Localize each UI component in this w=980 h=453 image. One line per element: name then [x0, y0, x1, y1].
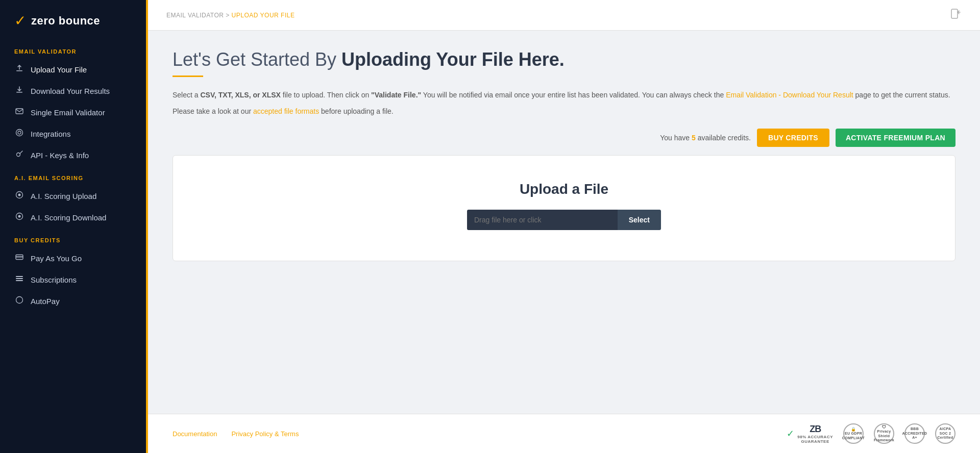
upload-input-row: Select — [467, 210, 661, 230]
credits-suffix: available credits. — [696, 134, 751, 142]
brand-name: zero bounce — [31, 14, 100, 28]
svg-rect-0 — [16, 70, 22, 71]
svg-rect-14 — [16, 280, 23, 281]
svg-point-3 — [16, 130, 23, 136]
sidebar-item-autopay[interactable]: AutoPay — [0, 290, 146, 312]
sidebar-item-label: API - Keys & Info — [31, 151, 89, 160]
eu-gdpr-circle: 🔒 EU GDPRCOMPLIANT — [843, 423, 864, 444]
svg-point-15 — [16, 297, 23, 304]
privacy-shield-circle: 🛡 Privacy ShieldFramework — [874, 423, 894, 444]
zb-accuracy-badge: ✓ ZB 98% ACCURACY GUARANTEE — [787, 424, 833, 444]
sidebar-item-integrations[interactable]: Integrations — [0, 123, 146, 144]
svg-rect-11 — [16, 257, 23, 258]
breadcrumb: EMAIL VALIDATOR > UPLOAD YOUR FILE — [166, 12, 295, 19]
sidebar-item-download-results[interactable]: Download Your Results — [0, 80, 146, 102]
svg-rect-12 — [16, 276, 23, 277]
ai-upload-icon — [14, 191, 24, 201]
logo: ✓ zero bounce — [0, 0, 146, 39]
eu-gdpr-badge: 🔒 EU GDPRCOMPLIANT — [843, 423, 864, 444]
aicpa-circle: AICPASOC 2Certified — [935, 423, 955, 444]
footer-link-documentation[interactable]: Documentation — [173, 430, 217, 438]
main-content: EMAIL VALIDATOR > UPLOAD YOUR FILE Let's… — [148, 0, 980, 453]
credits-number: 5 — [692, 134, 696, 142]
sidebar-item-label: AutoPay — [31, 297, 60, 306]
section-label-ai-scoring: A.I. EMAIL SCORING — [0, 166, 146, 185]
sidebar-item-pay-as-you-go[interactable]: Pay As You Go — [0, 247, 146, 269]
sidebar-item-upload-file[interactable]: Upload Your File — [0, 59, 146, 80]
aicpa-badge: AICPASOC 2Certified — [935, 423, 955, 444]
svg-rect-2 — [16, 109, 23, 114]
upload-card-title: Upload a File — [520, 181, 608, 197]
zb-text: ZB 98% ACCURACY GUARANTEE — [797, 424, 833, 444]
sidebar-item-label: A.I. Scoring Upload — [31, 192, 96, 200]
upload-icon — [14, 64, 24, 74]
sidebar-item-ai-scoring-upload[interactable]: A.I. Scoring Upload — [0, 185, 146, 207]
sidebar-item-label: Single Email Validator — [31, 108, 105, 117]
svg-rect-1 — [16, 92, 22, 93]
svg-point-5 — [17, 153, 20, 157]
topbar: EMAIL VALIDATOR > UPLOAD YOUR FILE — [148, 0, 980, 31]
sidebar-item-api-keys[interactable]: API - Keys & Info — [0, 144, 146, 166]
ai-download-icon — [14, 212, 24, 222]
creditcard-icon — [14, 253, 24, 263]
sidebar-item-label: Upload Your File — [31, 65, 87, 74]
description-2: Please take a look at our accepted file … — [173, 106, 955, 117]
credits-row: You have 5 available credits. BUY CREDIT… — [173, 129, 955, 147]
privacy-shield-text: Privacy ShieldFramework — [874, 430, 894, 442]
privacy-shield-icon: 🛡 — [882, 425, 886, 430]
accepted-formats-link[interactable]: accepted file formats — [253, 107, 319, 115]
svg-rect-13 — [16, 278, 23, 279]
title-underline — [173, 76, 203, 77]
autopay-icon — [14, 296, 24, 306]
section-label-email-validator: EMAIL VALIDATOR — [0, 39, 146, 59]
eu-gdpr-icon: 🔒 — [851, 427, 856, 432]
footer-badges: ✓ ZB 98% ACCURACY GUARANTEE 🔒 EU GDPRCOM… — [787, 423, 955, 444]
footer-link-privacy[interactable]: Privacy Policy & Terms — [231, 430, 299, 438]
title-bold: Uploading Your File Here. — [341, 49, 565, 70]
svg-rect-16 — [951, 9, 958, 18]
email-icon — [14, 107, 24, 117]
subscriptions-icon — [14, 274, 24, 285]
credits-label: You have — [660, 134, 692, 142]
section-label-buy-credits: BUY CREDITS — [0, 228, 146, 247]
sidebar: ✓ zero bounce EMAIL VALIDATOR Upload You… — [0, 0, 148, 453]
privacy-shield-badge: 🛡 Privacy ShieldFramework — [874, 423, 894, 444]
sidebar-item-label: Pay As You Go — [31, 254, 82, 263]
footer: Documentation Privacy Policy & Terms ✓ Z… — [148, 414, 980, 453]
desc2-end: before uploading a file. — [319, 107, 394, 115]
svg-point-9 — [18, 215, 21, 218]
download-icon — [14, 86, 24, 96]
logo-icon: ✓ — [14, 12, 26, 29]
bbb-circle: BBBACCREDITEDA+ — [904, 423, 925, 444]
file-drag-input[interactable] — [467, 210, 618, 230]
activate-freemium-button[interactable]: ACTIVATE FREEMIUM PLAN — [836, 129, 955, 147]
upload-card: Upload a File Select — [173, 155, 955, 261]
logout-button[interactable] — [950, 8, 962, 22]
eu-gdpr-text: EU GDPRCOMPLIANT — [842, 432, 865, 440]
zb-letters: ZB — [810, 424, 821, 435]
zb-guarantee-text: GUARANTEE — [801, 439, 829, 444]
sidebar-item-single-validator[interactable]: Single Email Validator — [0, 102, 146, 123]
select-file-button[interactable]: Select — [618, 210, 661, 230]
api-icon — [14, 150, 24, 160]
svg-point-4 — [18, 131, 21, 134]
bbb-text: BBBACCREDITEDA+ — [902, 427, 927, 440]
validate-label: "Validate File." — [371, 91, 421, 99]
page-title: Let's Get Started By Uploading Your File… — [173, 49, 955, 70]
aicpa-text: AICPASOC 2Certified — [937, 427, 953, 440]
credits-text: You have 5 available credits. — [660, 134, 751, 142]
description-1: Select a CSV, TXT, XLS, or XLSX file to … — [173, 89, 955, 100]
zb-checkmark: ✓ — [787, 428, 794, 439]
zb-accuracy-text: 98% ACCURACY — [797, 435, 833, 439]
footer-links: Documentation Privacy Policy & Terms — [173, 430, 299, 438]
sidebar-item-label: Download Your Results — [31, 87, 110, 95]
sidebar-item-subscriptions[interactable]: Subscriptions — [0, 269, 146, 290]
svg-point-7 — [18, 194, 21, 196]
breadcrumb-active: UPLOAD YOUR FILE — [232, 12, 295, 19]
sidebar-item-label: A.I. Scoring Download — [31, 213, 106, 222]
sidebar-item-ai-scoring-download[interactable]: A.I. Scoring Download — [0, 207, 146, 228]
buy-credits-button[interactable]: BUY CREDITS — [757, 129, 829, 147]
download-result-link[interactable]: Email Validation - Download Your Result — [726, 91, 853, 99]
sidebar-item-label: Integrations — [31, 130, 70, 138]
title-prefix: Let's Get Started By — [173, 49, 341, 70]
